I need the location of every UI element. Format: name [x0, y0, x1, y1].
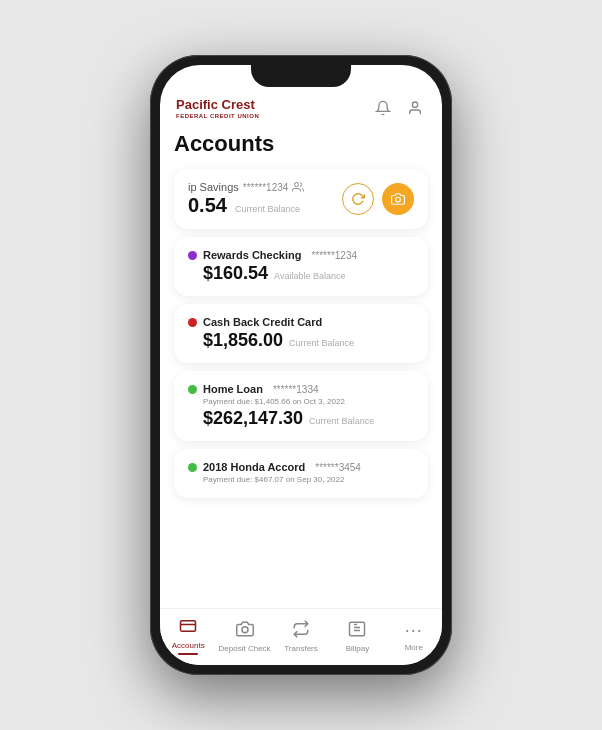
account-rewards-top: Rewards Checking ******1234 — [188, 249, 414, 261]
account-honda-top: 2018 Honda Accord ******3454 — [188, 461, 414, 473]
account-homeloan-top: Home Loan ******1334 — [188, 383, 414, 395]
account-homeloan-name-row: Home Loan ******1334 — [188, 383, 319, 395]
tab-more[interactable]: ··· More — [386, 620, 442, 652]
rewards-name: Rewards Checking — [203, 249, 301, 261]
svg-point-1 — [295, 183, 299, 187]
cashback-balance-row: $1,856.00 Current Balance — [188, 330, 414, 351]
rewards-dot — [188, 251, 197, 260]
account-card-honda[interactable]: 2018 Honda Accord ******3454 Payment due… — [174, 449, 428, 498]
svg-rect-3 — [181, 621, 196, 632]
account-honda-name-row: 2018 Honda Accord ******3454 — [188, 461, 361, 473]
phone-screen: Pacific Crest FEDERAL CREDIT UNION — [160, 65, 442, 665]
deposit-icon — [236, 620, 254, 642]
honda-payment: Payment due: $467.07 on Sep 30, 2022 — [188, 475, 414, 484]
cashback-dot — [188, 318, 197, 327]
account-card-rewards[interactable]: Rewards Checking ******1234 $160.54 Avai… — [174, 237, 428, 296]
tab-accounts-label: Accounts — [172, 641, 205, 650]
rewards-number: ******1234 — [311, 250, 357, 261]
user-icon[interactable] — [404, 97, 426, 119]
account-cashback-name-row: Cash Back Credit Card — [188, 316, 322, 328]
tab-billpay[interactable]: Billpay — [329, 620, 385, 653]
account-first-balance: 0.54 — [188, 194, 227, 217]
refresh-button[interactable] — [342, 183, 374, 215]
rewards-balance-row: $160.54 Available Balance — [188, 263, 414, 284]
screen-content: Pacific Crest FEDERAL CREDIT UNION — [160, 65, 442, 665]
cashback-balance-label: Current Balance — [289, 338, 354, 348]
account-first-number: ******1234 — [243, 182, 289, 193]
camera-button[interactable] — [382, 183, 414, 215]
header-icons — [372, 97, 426, 119]
account-rewards-name-row: Rewards Checking ******1234 — [188, 249, 357, 261]
account-first-balance-label: Current Balance — [235, 204, 300, 214]
homeloan-balance-label: Current Balance — [309, 416, 374, 426]
account-card-first[interactable]: ip Savings ******1234 0.54 Current — [174, 169, 428, 229]
account-first-name: ip Savings — [188, 181, 239, 193]
homeloan-payment: Payment due: $1,405.66 on Oct 3, 2022 — [188, 397, 414, 406]
rewards-balance: $160.54 — [203, 263, 268, 284]
svg-point-2 — [396, 197, 401, 202]
accounts-icon — [179, 617, 197, 639]
brand-sub: FEDERAL CREDIT UNION — [176, 113, 259, 119]
svg-point-0 — [412, 102, 417, 107]
cashback-name: Cash Back Credit Card — [203, 316, 322, 328]
honda-number: ******3454 — [315, 462, 361, 473]
account-first-actions — [342, 183, 414, 215]
brand-name: Pacific Crest — [176, 97, 259, 113]
tab-transfers-label: Transfers — [284, 644, 318, 653]
honda-dot — [188, 463, 197, 472]
tab-billpay-label: Billpay — [346, 644, 370, 653]
app-header: Pacific Crest FEDERAL CREDIT UNION — [160, 87, 442, 125]
rewards-balance-label: Available Balance — [274, 271, 345, 281]
account-card-homeloan[interactable]: Home Loan ******1334 Payment due: $1,405… — [174, 371, 428, 441]
tab-accounts[interactable]: Accounts — [160, 617, 216, 655]
people-icon — [292, 181, 304, 193]
honda-name: 2018 Honda Accord — [203, 461, 305, 473]
main-scroll: Accounts ip Savings ******1234 — [160, 125, 442, 608]
page-title: Accounts — [174, 131, 428, 157]
homeloan-number: ******1334 — [273, 384, 319, 395]
more-icon: ··· — [405, 620, 423, 641]
account-first-info: ip Savings ******1234 0.54 Current — [188, 181, 304, 217]
account-cashback-top: Cash Back Credit Card — [188, 316, 414, 328]
logo: Pacific Crest FEDERAL CREDIT UNION — [176, 97, 259, 119]
tab-deposit-label: Deposit Check — [219, 644, 271, 653]
svg-point-5 — [242, 626, 248, 632]
homeloan-dot — [188, 385, 197, 394]
tab-bar: Accounts Deposit Check — [160, 608, 442, 665]
account-card-cashback[interactable]: Cash Back Credit Card $1,856.00 Current … — [174, 304, 428, 363]
cashback-balance: $1,856.00 — [203, 330, 283, 351]
homeloan-balance-row: $262,147.30 Current Balance — [188, 408, 414, 429]
homeloan-balance: $262,147.30 — [203, 408, 303, 429]
notch — [251, 65, 351, 87]
bell-icon[interactable] — [372, 97, 394, 119]
tab-transfers[interactable]: Transfers — [273, 620, 329, 653]
tab-more-label: More — [405, 643, 423, 652]
billpay-icon — [348, 620, 366, 642]
phone-frame: Pacific Crest FEDERAL CREDIT UNION — [150, 55, 452, 675]
transfers-icon — [292, 620, 310, 642]
homeloan-name: Home Loan — [203, 383, 263, 395]
tab-deposit[interactable]: Deposit Check — [216, 620, 272, 653]
